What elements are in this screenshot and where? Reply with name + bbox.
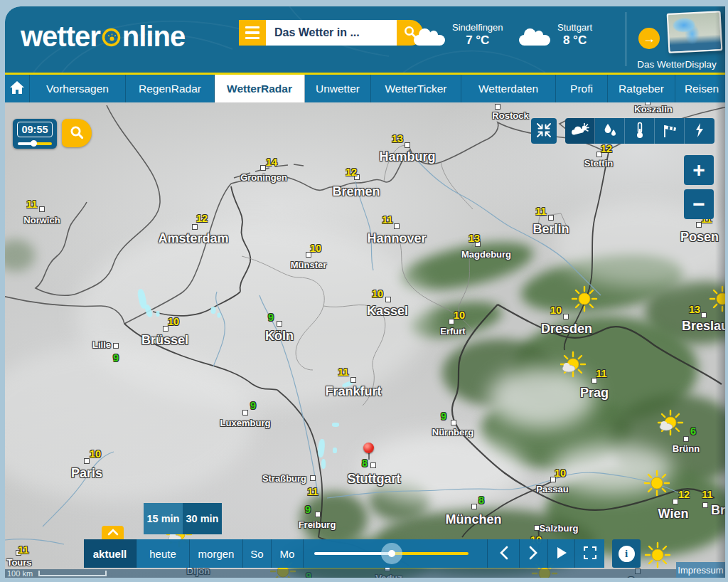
city-temperature: 10 [168,316,179,327]
city-temperature: 12 [678,489,690,500]
search-bar [239,20,423,46]
city-marker [451,420,456,425]
map-search-button[interactable] [62,119,92,147]
layer-weatherradar-button[interactable] [565,118,595,144]
zoom-out-button[interactable]: − [684,189,714,219]
info-button[interactable]: i [612,539,641,568]
nav-item[interactable]: Profi [556,75,608,102]
city-label: Wien [658,507,689,522]
time-display[interactable]: 09:55 [13,119,57,149]
city-label: Brünn [673,443,700,454]
city-temperature: 12 [196,213,208,224]
city-label: Münster [291,260,327,270]
city-marker [113,343,119,349]
nav-item[interactable]: Ratgeber [608,75,675,102]
logo-text-1: wetter [21,21,100,53]
nav-item[interactable]: Wetterdaten [461,75,556,102]
lightning-icon [694,122,705,140]
arrow-right-icon: → [643,31,655,46]
search-input[interactable] [266,20,397,46]
step-back-button[interactable] [487,539,519,568]
main-nav: VorhersagenRegenRadarWetterRadarUnwetter… [5,75,725,102]
time-mini-slider[interactable] [18,141,52,147]
nav-item[interactable]: Reisen [675,75,725,102]
city-marker [495,104,500,110]
city-label: Stettin [584,158,613,169]
city-label: Paris [71,466,102,481]
layer-lightning-button[interactable] [685,118,714,144]
radar-echo [333,448,337,453]
impressum-link[interactable]: Impressum [676,562,725,578]
nav-item[interactable]: Unwetter [305,75,371,102]
city-temperature: 11 [18,544,28,556]
location-temp: 7 °C [452,33,503,48]
nav-item[interactable]: RegenRadar [126,75,215,102]
city-label: Posen [680,230,719,245]
nav-home-button[interactable] [5,75,30,102]
city-temperature: 11 [382,214,392,226]
city-label: Rostock [492,110,528,121]
city-label: Hamburg [379,149,435,164]
nav-item[interactable]: WetterRadar [215,75,305,102]
home-icon [9,80,25,97]
city-label: Bremen [332,184,380,199]
sun-icon [643,541,672,569]
city-label: Erfurt [440,326,465,337]
city-marker [701,312,707,318]
location-name: Stuttgart [557,22,592,33]
timeline-tab[interactable]: morgen [190,539,243,568]
city-temperature: 12 [346,166,357,178]
city-label: Passau [536,484,569,494]
city-label: Prag [580,386,609,401]
slider-knob[interactable] [388,550,395,557]
zoom-in-button[interactable]: + [684,155,714,185]
chevron-right-icon [529,546,538,562]
collapse-toolbar-button[interactable] [531,118,557,144]
step-forward-button[interactable] [519,539,547,568]
expand-timeline-button[interactable] [102,526,124,539]
layer-toolbar [565,118,714,144]
nav-item-label: Reisen [685,83,719,95]
play-button[interactable] [547,539,574,568]
timeline-tab[interactable]: Mo [272,539,304,568]
city-marker [702,502,708,508]
header-location-stuttgart[interactable]: Stuttgart 8 °C [519,22,592,48]
city-label: Magdeburg [461,249,511,260]
location-temp: 8 °C [557,33,592,48]
city-marker [563,314,569,319]
search-icon [69,125,85,142]
fullscreen-button[interactable] [574,539,604,568]
logo[interactable]: wetternline [21,19,185,54]
timeline-slider[interactable] [304,539,487,568]
site-header: wetternline Sindelfingen 7 °C Stuttgart … [5,6,725,73]
timeline-tab[interactable]: aktuell [84,539,136,568]
weather-radar-map[interactable]: Norwich 11 Groningen 14 Bremen 12 Hambur… [5,102,725,578]
promo-arrow-button[interactable]: → [638,28,660,49]
chevron-left-icon [499,546,508,562]
nav-item[interactable]: Vorhersagen [30,75,126,102]
timeline-tab[interactable]: So [243,539,272,568]
layer-rain-button[interactable] [595,118,625,144]
city-marker [242,410,248,416]
city-temperature: 13 [689,304,700,315]
city-marker [39,206,45,212]
interval-option[interactable]: 30 min [183,503,222,534]
layer-wind-button[interactable] [655,118,685,144]
sun-icon [643,469,671,497]
timeline-tab[interactable]: heute [136,539,190,568]
city-label: Bra [711,503,725,518]
city-marker [385,297,391,302]
city-label: Norwich [23,215,60,226]
menu-button[interactable] [239,20,266,46]
city-label: Freiburg [299,519,336,530]
interval-toggle: 15 min30 min [144,503,222,534]
scale-ruler [38,571,107,576]
wetterdisplay-thumbnail[interactable] [667,11,723,53]
city-temperature: 11 [338,366,348,378]
header-location-sindelfingen[interactable]: Sindelfingen 7 °C [414,22,503,48]
city-label: Groningen [240,172,287,183]
layer-temperature-button[interactable] [625,118,655,144]
interval-option[interactable]: 15 min [144,503,183,534]
city-label: Nürnberg [432,427,474,438]
nav-item[interactable]: WetterTicker [371,75,461,102]
